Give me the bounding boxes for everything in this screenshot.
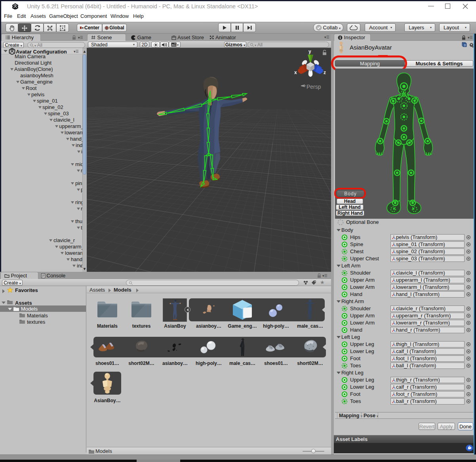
svg-text:?: ?: [464, 44, 466, 47]
svg-text:z: z: [324, 70, 326, 75]
svg-text:x: x: [294, 70, 297, 75]
svg-text:y: y: [308, 49, 311, 54]
svg-text:Persp: Persp: [307, 84, 321, 90]
